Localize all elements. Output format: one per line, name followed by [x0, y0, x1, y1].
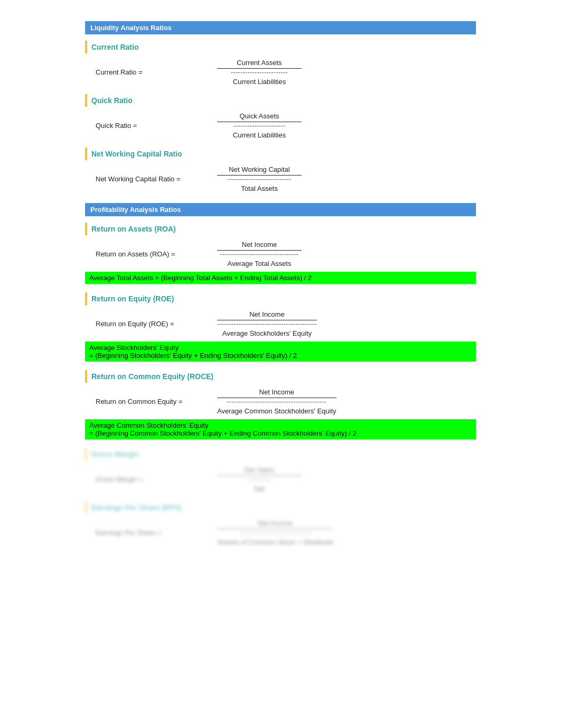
roa-numerator: Net Income [242, 241, 277, 250]
blurred-bar-1: ---------- [217, 475, 302, 483]
blurred-numerator-2: Net Income [258, 519, 293, 528]
blurred-bar-2: ------------------------------ [217, 529, 333, 537]
current-ratio-formula: Current Ratio = Current Assets ---------… [85, 59, 476, 86]
roe-formula: Return on Equity (ROE) = Net Income ----… [85, 310, 476, 337]
blurred-denominator-2: Shares of Common Stock + Dividends [217, 537, 333, 546]
roa-title: Return on Assets (ROA) [85, 223, 476, 235]
roce-bar: ----------------------------------------… [217, 398, 336, 406]
blurred-fraction-1: Net Sales ---------- Net [217, 466, 302, 493]
page-container: Liquidity Analysis Ratios Current Ratio … [74, 11, 487, 567]
blurred-label-1: Gross Margin = [96, 475, 212, 483]
quick-ratio-fraction: Quick Assets ---------------------- Curr… [217, 112, 302, 139]
roa-formula: Return on Assets (ROA) = Net Income ----… [85, 241, 476, 268]
quick-ratio-denominator: Current Liabilities [233, 130, 286, 139]
blurred-numerator-1: Net Sales [245, 466, 274, 475]
roce-title: Return on Common Equity (ROCE) [85, 370, 476, 383]
nwc-ratio-label: Net Working Capital Ratio = [96, 175, 212, 183]
quick-ratio-block: Quick Ratio Quick Ratio = Quick Assets -… [85, 94, 476, 139]
current-ratio-label: Current Ratio = [96, 68, 212, 76]
blurred-sections: Gross Margin Gross Margin = Net Sales --… [85, 448, 476, 546]
roce-denominator: Average Common Stockholders' Equity [217, 406, 336, 415]
roe-title: Return on Equity (ROE) [85, 292, 476, 305]
nwc-ratio-bar: --------------------------- [217, 175, 302, 183]
roce-block: Return on Common Equity (ROCE) Return on… [85, 370, 476, 439]
blurred-title-2: Earnings Per Share (EPS) [85, 501, 476, 514]
roa-denominator: Average Total Assets [228, 259, 292, 268]
current-ratio-numerator: Current Assets [237, 59, 282, 68]
roce-formula: Return on Common Equity = Net Income ---… [85, 388, 476, 415]
quick-ratio-numerator: Quick Assets [239, 112, 279, 121]
roe-label: Return on Equity (ROE) = [96, 320, 212, 328]
roce-fraction: Net Income -----------------------------… [217, 388, 336, 415]
roa-bar: --------------------------------- [217, 250, 302, 258]
roe-block: Return on Equity (ROE) Return on Equity … [85, 292, 476, 362]
quick-ratio-formula: Quick Ratio = Quick Assets -------------… [85, 112, 476, 139]
roce-note: Average Common Stockholders' Equity= (Be… [85, 419, 476, 439]
blurred-denominator-1: Net [254, 484, 265, 493]
profitability-section: Profitability Analysis Ratios Return on … [85, 203, 476, 546]
roe-note: Average Stockholders' Equity= (Beginning… [85, 342, 476, 362]
roe-fraction: Net Income -----------------------------… [217, 310, 317, 337]
current-ratio-denominator: Current Liabilities [233, 77, 286, 86]
roce-numerator: Net Income [259, 388, 294, 397]
nwc-ratio-numerator: Net Working Capital [229, 165, 289, 174]
blurred-block-2: Earnings Per Share (EPS) Earnings Per Sh… [85, 501, 476, 546]
nwc-ratio-block: Net Working Capital Ratio Net Working Ca… [85, 148, 476, 192]
nwc-ratio-denominator: Total Assets [241, 183, 277, 192]
roce-label: Return on Common Equity = [96, 398, 212, 406]
liquidity-header: Liquidity Analysis Ratios [85, 21, 476, 34]
roe-bar: ----------------------------------------… [217, 320, 317, 328]
liquidity-section: Liquidity Analysis Ratios Current Ratio … [85, 21, 476, 192]
roa-fraction: Net Income -----------------------------… [217, 241, 302, 268]
nwc-ratio-formula: Net Working Capital Ratio = Net Working … [85, 165, 476, 192]
blurred-block-1: Gross Margin Gross Margin = Net Sales --… [85, 448, 476, 493]
current-ratio-bar: ------------------------ [217, 68, 302, 76]
roe-denominator: Average Stockholders' Equity [222, 328, 312, 337]
roa-note: Average Total Assets = (Beginning Total … [85, 272, 476, 284]
roe-numerator: Net Income [249, 310, 284, 319]
roa-label: Return on Assets (ROA) = [96, 250, 212, 258]
blurred-formula-2: Earnings Per Share = Net Income --------… [85, 519, 476, 546]
roa-block: Return on Assets (ROA) Return on Assets … [85, 223, 476, 284]
nwc-ratio-title: Net Working Capital Ratio [85, 148, 476, 160]
blurred-label-2: Earnings Per Share = [96, 529, 212, 537]
quick-ratio-bar: ---------------------- [217, 122, 302, 130]
quick-ratio-title: Quick Ratio [85, 94, 476, 107]
blurred-fraction-2: Net Income -----------------------------… [217, 519, 333, 546]
current-ratio-fraction: Current Assets ------------------------ … [217, 59, 302, 86]
profitability-header: Profitability Analysis Ratios [85, 203, 476, 216]
blurred-title-1: Gross Margin [85, 448, 476, 460]
blurred-formula-1: Gross Margin = Net Sales ---------- Net [85, 466, 476, 493]
quick-ratio-label: Quick Ratio = [96, 122, 212, 130]
nwc-ratio-fraction: Net Working Capital --------------------… [217, 165, 302, 192]
current-ratio-block: Current Ratio Current Ratio = Current As… [85, 41, 476, 86]
current-ratio-title: Current Ratio [85, 41, 476, 53]
